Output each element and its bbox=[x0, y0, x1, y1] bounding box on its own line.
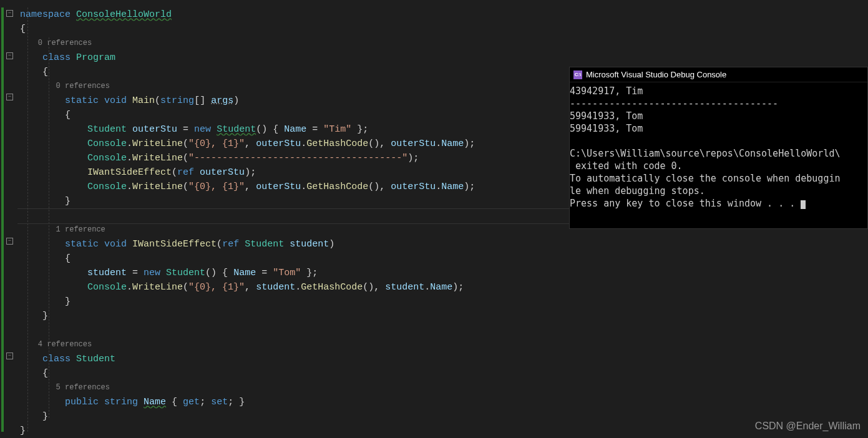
type-student: Student bbox=[217, 124, 256, 135]
property-name: Name bbox=[441, 139, 464, 149]
editor-gutter: − − − − − bbox=[0, 0, 17, 438]
fold-toggle-class[interactable]: − bbox=[6, 52, 13, 59]
fold-toggle-student[interactable]: − bbox=[6, 353, 13, 359]
keyword-static: static bbox=[65, 239, 99, 250]
console-line: To automatically close the console when … bbox=[570, 173, 840, 184]
property-name: Name bbox=[233, 268, 256, 278]
current-line bbox=[20, 208, 569, 223]
type-console: Console bbox=[87, 153, 127, 163]
param-student: student bbox=[290, 239, 329, 250]
param-args: args bbox=[211, 95, 233, 106]
property-name: Name bbox=[441, 182, 464, 192]
indent-guide bbox=[27, 7, 28, 432]
string-literal: "-------------------------------------" bbox=[188, 153, 407, 163]
string-literal: "Tim" bbox=[323, 124, 351, 135]
codelens-references[interactable]: 0 references bbox=[56, 82, 110, 90]
method-gethashcode: GetHashCode bbox=[306, 182, 368, 192]
method-writeline: WriteLine bbox=[132, 182, 183, 192]
keyword-void: void bbox=[104, 239, 127, 250]
console-line: ------------------------------------- bbox=[570, 98, 778, 109]
keyword-get: get bbox=[183, 397, 200, 407]
keyword-string: string bbox=[160, 95, 194, 106]
namespace-name: ConsoleHelloWorld bbox=[76, 9, 172, 20]
console-line: exited with code 0. bbox=[570, 160, 683, 172]
console-title-text: Microsoft Visual Studio Debug Console bbox=[586, 70, 726, 79]
console-line: le when debugging stops. bbox=[570, 185, 705, 197]
var-outerstu: outerStu bbox=[200, 167, 245, 178]
type-console: Console bbox=[87, 182, 127, 192]
var-student: student bbox=[385, 282, 424, 293]
console-icon: C:\ bbox=[573, 71, 582, 79]
property-name: Name bbox=[144, 397, 166, 407]
method-iwantsideeffect: IWantSideEffect bbox=[87, 167, 172, 178]
keyword-class: class bbox=[42, 354, 71, 364]
keyword-set: set bbox=[211, 397, 228, 407]
type-student: Student bbox=[245, 239, 284, 250]
console-line: C:\Users\William\source\repos\ConsoleHel… bbox=[570, 148, 840, 159]
method-gethashcode: GetHashCode bbox=[301, 282, 363, 293]
change-indicator-bar bbox=[1, 7, 4, 432]
var-outerstu: outerStu bbox=[132, 124, 177, 135]
codelens-references[interactable]: 5 references bbox=[56, 383, 110, 392]
method-writeline: WriteLine bbox=[132, 282, 183, 293]
console-line: 43942917, Tim bbox=[570, 85, 643, 97]
keyword-new: new bbox=[144, 268, 160, 278]
type-console: Console bbox=[87, 139, 127, 149]
codelens-references[interactable]: 4 references bbox=[38, 340, 92, 349]
var-outerstu: outerStu bbox=[256, 182, 301, 192]
keyword-static: static bbox=[65, 95, 99, 106]
keyword-new: new bbox=[194, 124, 211, 135]
property-name: Name bbox=[284, 124, 306, 135]
type-console: Console bbox=[87, 282, 127, 293]
keyword-ref: ref bbox=[222, 239, 239, 250]
method-gethashcode: GetHashCode bbox=[306, 139, 368, 149]
fold-toggle-main[interactable]: − bbox=[6, 94, 13, 100]
console-line: 59941933, Tom bbox=[570, 123, 643, 134]
code-text-area[interactable]: namespace ConsoleHelloWorld { 0 referenc… bbox=[17, 0, 569, 438]
property-name: Name bbox=[430, 282, 452, 293]
method-main: Main bbox=[132, 95, 155, 106]
var-outerstu: outerStu bbox=[391, 139, 436, 149]
type-student: Student bbox=[166, 268, 205, 278]
keyword-class: class bbox=[42, 52, 71, 63]
keyword-void: void bbox=[104, 95, 127, 106]
var-outerstu: outerStu bbox=[256, 139, 301, 149]
var-outerstu: outerStu bbox=[391, 182, 436, 192]
console-titlebar[interactable]: C:\ Microsoft Visual Studio Debug Consol… bbox=[570, 67, 867, 82]
type-student: Student bbox=[87, 124, 127, 135]
watermark-text: CSDN @Ender_William bbox=[755, 421, 861, 432]
console-output[interactable]: 43942917, Tim --------------------------… bbox=[570, 82, 867, 212]
string-literal: "Tom" bbox=[273, 268, 301, 278]
method-iwantsideeffect: IWantSideEffect bbox=[132, 239, 217, 250]
class-student: Student bbox=[76, 354, 115, 364]
codelens-references[interactable]: 0 references bbox=[38, 39, 92, 47]
console-line: 59941933, Tom bbox=[570, 110, 643, 122]
indent-guide bbox=[49, 37, 49, 418]
string-literal: "{0}, {1}" bbox=[188, 139, 245, 149]
var-student: student bbox=[256, 282, 295, 293]
var-student: student bbox=[87, 268, 127, 278]
keyword-string: string bbox=[104, 397, 138, 407]
console-line: Press any key to close this window . . . bbox=[570, 198, 801, 209]
fold-toggle-method2[interactable]: − bbox=[6, 238, 13, 245]
code-editor[interactable]: − − − − − namespace ConsoleHelloWorld { … bbox=[0, 0, 569, 438]
keyword-public: public bbox=[65, 397, 99, 407]
codelens-references[interactable]: 1 reference bbox=[56, 225, 105, 234]
string-literal: "{0}, {1}" bbox=[188, 182, 245, 192]
class-name: Program bbox=[76, 52, 115, 63]
keyword-ref: ref bbox=[177, 167, 194, 178]
debug-console-window[interactable]: C:\ Microsoft Visual Studio Debug Consol… bbox=[569, 67, 868, 229]
string-literal: "{0}, {1}" bbox=[188, 282, 245, 293]
method-writeline: WriteLine bbox=[132, 153, 183, 163]
cursor-icon bbox=[801, 200, 806, 209]
method-writeline: WriteLine bbox=[132, 139, 183, 149]
fold-toggle-namespace[interactable]: − bbox=[6, 10, 13, 17]
